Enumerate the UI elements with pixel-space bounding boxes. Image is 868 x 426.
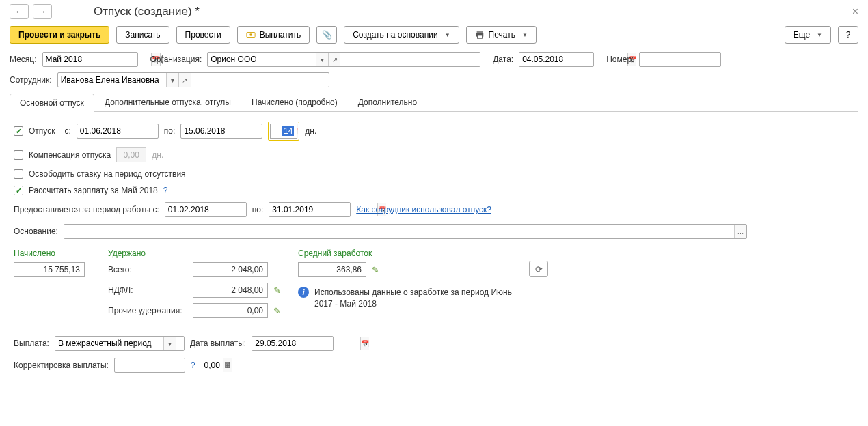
compensation-input: 0,00: [116, 147, 146, 162]
payout-date-label: Дата выплаты:: [190, 339, 246, 348]
pencil-icon[interactable]: ✎: [372, 265, 379, 275]
number-input[interactable]: [640, 53, 748, 66]
dropdown-icon[interactable]: ▾: [166, 73, 178, 87]
payout-select[interactable]: [55, 337, 163, 350]
basis-input[interactable]: [64, 225, 734, 238]
usage-link[interactable]: Как сотрудник использовал отпуск?: [356, 205, 491, 214]
tab-extra[interactable]: Дополнительные отпуска, отгулы: [94, 93, 241, 111]
month-input[interactable]: [43, 53, 151, 66]
total-value[interactable]: 2 048,00: [193, 262, 268, 277]
avg-head: Средний заработок: [298, 248, 517, 258]
ellipsis-icon[interactable]: …: [734, 225, 746, 238]
nav-forward-button[interactable]: →: [33, 4, 52, 19]
employee-label: Сотрудник:: [10, 75, 52, 85]
calculator-icon[interactable]: 🖩: [223, 358, 232, 372]
number-label: Номер:: [606, 55, 634, 64]
chevron-down-icon: ▼: [445, 32, 450, 38]
svg-rect-2: [476, 31, 483, 33]
basis-label: Основание:: [14, 227, 58, 236]
open-icon[interactable]: ↗: [328, 53, 340, 66]
period-to-label: по:: [252, 205, 264, 214]
days-highlight: 14: [268, 122, 299, 141]
days-input[interactable]: 14: [270, 124, 297, 139]
correction-label: Корректировка выплаты:: [14, 360, 109, 370]
other-value[interactable]: 0,00: [193, 303, 268, 318]
help-link[interactable]: ?: [191, 360, 195, 370]
period-label: Предоставляется за период работы с:: [14, 205, 159, 214]
accrued-head: Начислено: [14, 248, 96, 258]
separator: [59, 5, 59, 18]
pencil-icon[interactable]: ✎: [273, 285, 281, 296]
pay-button[interactable]: Выплатить: [237, 26, 310, 44]
month-label: Месяц:: [10, 55, 37, 64]
dropdown-icon[interactable]: ▾: [316, 53, 328, 66]
vacation-checkbox[interactable]: [14, 126, 23, 136]
payout-label: Выплата:: [14, 339, 49, 348]
accrued-value[interactable]: 15 755,13: [14, 262, 85, 277]
date-label: Дата:: [493, 55, 513, 64]
create-based-button[interactable]: Создать на основании ▼: [344, 26, 459, 44]
payout-date-input[interactable]: [252, 337, 360, 350]
tab-main[interactable]: Основной отпуск: [10, 94, 94, 112]
post-button[interactable]: Провести: [176, 26, 230, 44]
money-icon: [246, 30, 256, 40]
chevron-down-icon: ▼: [817, 32, 822, 38]
more-button[interactable]: Еще ▼: [785, 26, 831, 44]
org-label: Организация:: [150, 55, 202, 64]
release-label: Освободить ставку на период отсутствия: [29, 169, 186, 179]
tab-additional[interactable]: Дополнительно: [348, 93, 427, 111]
paperclip-icon: 📎: [322, 30, 332, 40]
close-icon[interactable]: ×: [852, 5, 858, 18]
vacation-label: Отпуск: [29, 126, 55, 136]
help-link[interactable]: ?: [163, 186, 168, 195]
ndfl-value[interactable]: 2 048,00: [193, 283, 268, 298]
employee-input[interactable]: [58, 73, 166, 87]
withheld-head: Удержано: [108, 248, 286, 258]
calc-salary-checkbox[interactable]: [14, 186, 23, 195]
compensation-label: Компенсация отпуска: [29, 150, 111, 160]
calendar-icon[interactable]: 📅: [360, 337, 369, 350]
tabs: Основной отпуск Дополнительные отпуска, …: [10, 93, 858, 112]
refresh-button[interactable]: ⟳: [529, 261, 548, 277]
other-label: Прочие удержания:: [108, 306, 187, 315]
svg-rect-4: [477, 36, 482, 38]
correction-input[interactable]: [115, 358, 223, 372]
ndfl-label: НДФЛ:: [108, 285, 187, 295]
save-button[interactable]: Записать: [116, 26, 169, 44]
printer-icon: [475, 30, 485, 40]
help-button[interactable]: ?: [838, 26, 858, 44]
svg-point-1: [249, 33, 252, 36]
avg-value[interactable]: 363,86: [298, 262, 366, 277]
refresh-icon: ⟳: [535, 264, 543, 274]
open-icon[interactable]: ↗: [178, 73, 191, 87]
release-checkbox[interactable]: [14, 169, 23, 179]
attach-button[interactable]: 📎: [316, 26, 337, 44]
print-button[interactable]: Печать ▼: [466, 26, 537, 44]
days-unit: дн.: [305, 126, 316, 136]
to-label: по:: [164, 126, 176, 136]
total-label: Всего:: [108, 265, 187, 274]
tab-accrued[interactable]: Начислено (подробно): [241, 93, 348, 111]
nav-back-button[interactable]: ←: [10, 4, 29, 19]
dropdown-icon[interactable]: ▾: [163, 337, 176, 350]
chevron-down-icon: ▼: [522, 32, 528, 38]
org-input[interactable]: [208, 53, 316, 66]
from-label: с:: [64, 126, 70, 136]
pencil-icon[interactable]: ✎: [273, 306, 281, 316]
info-icon: i: [298, 287, 309, 298]
post-and-close-button[interactable]: Провести и закрыть: [10, 26, 109, 44]
info-text: Использованы данные о заработке за перио…: [314, 287, 517, 310]
compensation-checkbox[interactable]: [14, 150, 23, 160]
page-title: Отпуск (создание) *: [94, 5, 200, 18]
compensation-unit: дн.: [152, 150, 163, 160]
calc-salary-label: Рассчитать зарплату за Май 2018: [29, 186, 158, 195]
